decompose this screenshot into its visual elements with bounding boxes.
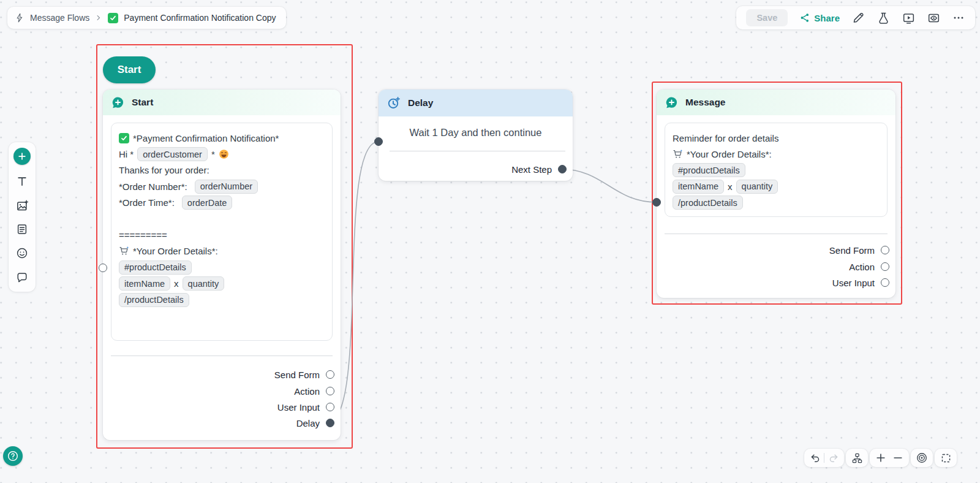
- share-label: Share: [814, 13, 840, 23]
- message-line: /productDetails: [119, 292, 325, 308]
- video-preview-icon[interactable]: [902, 11, 915, 25]
- output-handle-user-input[interactable]: [881, 278, 889, 287]
- zoom-out-button[interactable]: [889, 449, 907, 466]
- variable-chip[interactable]: /productDetails: [673, 196, 743, 210]
- message-node-header[interactable]: Message: [657, 89, 895, 115]
- output-handle-send-form[interactable]: [881, 246, 889, 254]
- message-line: itemName x quantity: [673, 178, 880, 194]
- start-message-card[interactable]: *Payment Confirmation Notification* Hi *…: [111, 123, 333, 341]
- message-line: *Your Order Details*:: [119, 243, 325, 259]
- edge-delay-nextstep-to-message-node[interactable]: [561, 169, 657, 202]
- help-button[interactable]: [3, 446, 23, 466]
- message-node-input-handle[interactable]: [652, 198, 661, 207]
- flow-check-icon: [108, 13, 118, 23]
- add-node-button[interactable]: [13, 148, 31, 165]
- start-badge[interactable]: Start: [103, 56, 156, 83]
- variable-chip[interactable]: orderDate: [182, 196, 232, 210]
- message-line: *Your Order Details*:: [673, 146, 880, 162]
- delay-body-text[interactable]: Wait 1 Day and then continue: [379, 121, 573, 143]
- text-fragment: =========: [119, 230, 167, 240]
- output-handle-next-step[interactable]: [558, 165, 567, 173]
- text-fragment: Thanks for your order:: [119, 165, 209, 175]
- note-tool-button[interactable]: [15, 222, 29, 237]
- image-tool-button[interactable]: [15, 198, 29, 213]
- variable-chip[interactable]: /productDetails: [119, 293, 189, 307]
- variable-chip[interactable]: orderNumber: [195, 180, 258, 194]
- output-handle-action[interactable]: [326, 387, 334, 395]
- start-node-title: Start: [132, 97, 153, 108]
- output-handle-action[interactable]: [881, 262, 889, 271]
- clock-plus-icon: [386, 96, 401, 110]
- share-button[interactable]: Share: [799, 12, 840, 23]
- preview-eye-icon[interactable]: [927, 11, 940, 25]
- zoom-controls: [870, 449, 909, 467]
- output-row-action: Action: [294, 383, 334, 399]
- zoom-in-button[interactable]: [872, 449, 889, 466]
- output-handle-send-form[interactable]: [326, 370, 334, 379]
- undo-button[interactable]: [807, 449, 824, 466]
- output-label: Action: [849, 262, 875, 272]
- save-button[interactable]: Save: [746, 9, 788, 26]
- blank-line: [119, 211, 325, 227]
- message-card[interactable]: Reminder for order details *Your Order D…: [665, 123, 888, 217]
- redo-button[interactable]: [824, 449, 842, 466]
- share-icon: [799, 12, 810, 23]
- breadcrumb: Message Flows Payment Confirmation Notif…: [7, 7, 286, 29]
- variable-chip[interactable]: quantity: [183, 276, 225, 291]
- start-node-input-handle[interactable]: [99, 264, 107, 272]
- more-options-icon[interactable]: [952, 11, 965, 25]
- tool-rail: [9, 142, 36, 292]
- fit-view-button[interactable]: [937, 449, 954, 466]
- history-controls: [804, 449, 844, 467]
- center-target-button[interactable]: [913, 449, 930, 466]
- message-line: #productDetails: [673, 162, 880, 178]
- grinning-emoji-icon: [219, 149, 229, 159]
- comment-tool-button[interactable]: [15, 270, 29, 284]
- output-row-next-step: Next Step: [511, 161, 567, 177]
- variable-chip[interactable]: itemName: [119, 276, 170, 291]
- output-row-user-input: User Input: [277, 399, 334, 415]
- variable-chip[interactable]: #productDetails: [119, 261, 192, 275]
- delay-node-input-handle[interactable]: [374, 137, 383, 146]
- variable-chip[interactable]: #productDetails: [673, 163, 745, 177]
- auto-layout-button[interactable]: [848, 449, 865, 466]
- text-fragment: *: [211, 149, 215, 159]
- start-node-header[interactable]: Start: [103, 89, 341, 115]
- output-label: Send Form: [829, 245, 875, 256]
- outputs-divider: [111, 356, 333, 356]
- variable-chip[interactable]: itemName: [673, 180, 724, 194]
- text-tool-button[interactable]: [15, 174, 29, 189]
- start-node[interactable]: Start *Payment Confirmation Notification…: [103, 89, 341, 440]
- breadcrumb-flow-name[interactable]: Payment Confirmation Notification Copy: [124, 13, 276, 23]
- delay-node-title: Delay: [408, 97, 433, 108]
- emoji-tool-button[interactable]: [15, 246, 29, 261]
- output-handle-user-input[interactable]: [326, 403, 334, 411]
- delay-node[interactable]: Delay Wait 1 Day and then continue Next …: [379, 89, 573, 181]
- chat-bubble-plus-icon: [665, 96, 679, 110]
- center-control: [911, 449, 933, 467]
- variable-chip[interactable]: quantity: [736, 180, 778, 194]
- canvas-controls: [804, 449, 957, 467]
- pencil-icon[interactable]: [851, 11, 865, 25]
- flow-canvas[interactable]: Start Start *Payment Confirmation Notifi…: [0, 0, 980, 483]
- cart-icon: [673, 149, 683, 159]
- breadcrumb-root[interactable]: Message Flows: [30, 13, 89, 23]
- delay-divider: [390, 151, 565, 151]
- message-line: =========: [119, 227, 325, 243]
- output-label: User Input: [832, 278, 875, 288]
- message-node[interactable]: Message Reminder for order details *Your…: [657, 89, 895, 298]
- message-line: itemName x quantity: [119, 276, 325, 292]
- variable-chip[interactable]: orderCustomer: [137, 147, 208, 161]
- text-fragment: *Order Number*:: [119, 181, 187, 192]
- lightning-icon[interactable]: [15, 13, 24, 23]
- output-handle-delay[interactable]: [326, 419, 334, 427]
- text-fragment: *Your Order Details*:: [133, 246, 218, 256]
- output-label: Delay: [296, 418, 320, 428]
- text-fragment: x: [174, 278, 179, 289]
- message-line: Thanks for your order:: [119, 162, 325, 178]
- text-fragment: *Your Order Details*:: [687, 149, 772, 159]
- auto-layout-control: [846, 449, 868, 467]
- delay-node-header[interactable]: Delay: [379, 89, 573, 116]
- text-fragment: x: [728, 181, 733, 192]
- flask-icon[interactable]: [876, 11, 890, 25]
